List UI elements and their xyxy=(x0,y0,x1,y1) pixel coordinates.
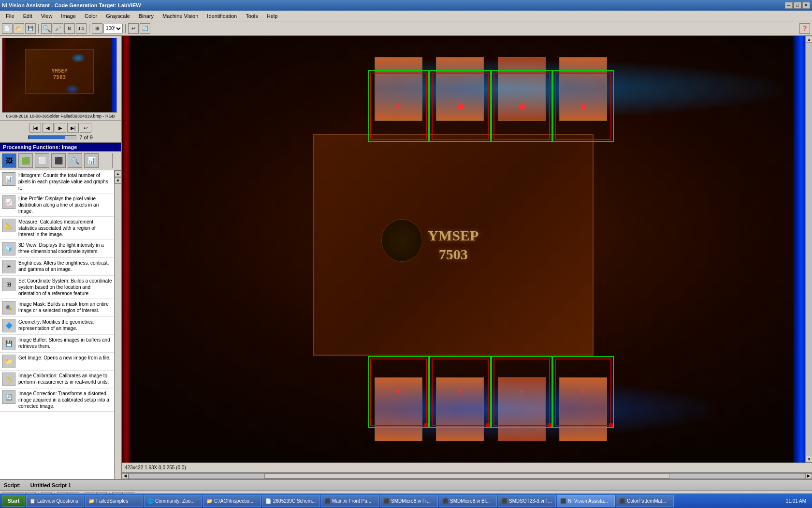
proc-icon-scrollbar[interactable] xyxy=(112,153,119,168)
menu-color[interactable]: Color xyxy=(81,12,101,20)
taskbar-failedsamples-icon: 📁 xyxy=(88,498,94,504)
image-viewer[interactable]: YMSEP7503 xyxy=(122,36,805,463)
nav-next[interactable]: ▶ xyxy=(55,123,66,133)
maximize-button[interactable]: □ xyxy=(794,2,801,9)
taskbar-labview-questions[interactable]: 📋 Labview Questions xyxy=(26,495,84,507)
proc-icon-search[interactable]: 🔍 xyxy=(68,153,82,168)
refresh-button[interactable]: 🔄 xyxy=(140,23,150,34)
image-vertical-scrollbar[interactable]: ▲ ▼ xyxy=(805,36,812,463)
nav-last[interactable]: ▶| xyxy=(67,123,79,133)
proc-3dview[interactable]: 🧊 3D View: Displays the light intensity … xyxy=(0,240,114,258)
menu-view[interactable]: View xyxy=(37,12,57,20)
zoom-in-button[interactable]: 🔎 xyxy=(53,23,63,34)
proc-measure-text: Measure: Calculates measurement statisti… xyxy=(18,219,112,238)
taskbar-smdsot[interactable]: ⬛ SMDSOT23-3.vi F... xyxy=(498,495,556,507)
image-horizontal-scrollbar[interactable]: ◀ ▶ xyxy=(122,472,812,479)
proc-imagecalib-text: Image Calibration: Calibrates an image t… xyxy=(18,373,112,385)
proc-imagemask[interactable]: 🎭 Image Mask: Builds a mask from an enti… xyxy=(0,299,114,317)
scroll-right-arrow[interactable]: ▶ xyxy=(805,473,812,479)
proc-imagecorrect-text: Image Correction: Transforms a distorted… xyxy=(18,390,112,409)
taskbar-mainvi[interactable]: ⬛ Main.vi Front Pa... xyxy=(321,495,379,507)
taskbar-aoi-icon: 📁 xyxy=(206,498,212,504)
scroll-down-arrow[interactable]: ▼ xyxy=(115,177,121,184)
save-button[interactable]: 💾 xyxy=(25,23,36,34)
minimize-button[interactable]: ─ xyxy=(785,2,793,9)
taskbar-schem[interactable]: 📄 2605239C Schem... xyxy=(262,495,320,507)
start-button[interactable]: Start xyxy=(2,495,25,507)
taskbar-failedsamples[interactable]: 📁 FailedSamples xyxy=(85,495,143,507)
taskbar-nivisiona-label: NI Vision Assista... xyxy=(568,498,608,504)
scroll-h-thumb[interactable] xyxy=(264,474,670,478)
nav-prev[interactable]: ◀ xyxy=(42,123,54,133)
scroll-up-arrow[interactable]: ▲ xyxy=(115,170,121,177)
nav-back[interactable]: ↩ xyxy=(80,123,91,133)
zoom100-button[interactable]: 1:1 xyxy=(76,23,87,34)
taskbar-smdmicro-bl[interactable]: ⬛ SMDMicro8.vi Bl... xyxy=(439,495,497,507)
taskbar-smdmicro-fr[interactable]: ⬛ SMDMicro8.vi Fr... xyxy=(380,495,438,507)
menu-tools[interactable]: Tools xyxy=(242,12,262,20)
taskbar-colorpattern[interactable]: ⬛ ColorPatternMat... xyxy=(616,495,674,507)
proc-icon-image[interactable]: 🖼 xyxy=(2,153,16,168)
menu-image[interactable]: Image xyxy=(57,12,80,20)
scroll-bottom-arrow[interactable]: ▼ xyxy=(806,456,812,463)
close-button[interactable]: ✕ xyxy=(802,2,810,9)
taskbar-aoi[interactable]: 📁 C:\AOI\Inspectio... xyxy=(203,495,261,507)
scroll-left-arrow[interactable]: ◀ xyxy=(122,473,129,479)
taskbar-colorpattern-icon: ⬛ xyxy=(619,498,625,504)
taskbar-smdmicro-bl-label: SMDMicro8.vi Bl... xyxy=(450,498,490,504)
taskbar-schem-icon: 📄 xyxy=(265,498,271,504)
menu-binary[interactable]: Binary xyxy=(135,12,158,20)
taskbar-smdsot-label: SMDSOT23-3.vi F... xyxy=(509,498,552,504)
open-button[interactable]: 📂 xyxy=(14,23,24,34)
proc-geometry[interactable]: 🔷 Geometry: Modifies the geometrical rep… xyxy=(0,317,114,335)
proc-histogram[interactable]: 📊 Histogram: Counts the total number of … xyxy=(0,170,114,194)
taskbar-aoi-label: C:\AOI\Inspectio... xyxy=(214,498,253,504)
proc-lineprofile-icon: 📈 xyxy=(2,195,15,209)
menu-help[interactable]: Help xyxy=(263,12,282,20)
nav-first[interactable]: |◀ xyxy=(29,123,41,133)
nav-progress-bar xyxy=(28,135,76,139)
pcb-image: YMSEP7503 xyxy=(122,36,805,463)
taskbar-community-label: Community: Zoo... xyxy=(155,498,195,504)
menubar: File Edit View Image Color Grayscale Bin… xyxy=(0,11,812,21)
menu-identification[interactable]: Identification xyxy=(203,12,241,20)
menu-file[interactable]: File xyxy=(2,12,18,20)
nav-buttons: |◀ ◀ ▶ ▶| ↩ xyxy=(29,123,91,133)
processing-list-scrollbar[interactable]: ▲ ▼ xyxy=(114,170,121,479)
reset-button[interactable]: ↩ xyxy=(128,23,139,34)
taskbar-failedsamples-label: FailedSamples xyxy=(96,498,128,504)
scroll-top-arrow[interactable]: ▲ xyxy=(806,36,812,43)
menu-edit[interactable]: Edit xyxy=(19,12,36,20)
proc-getimage[interactable]: 📁 Get Image: Opens a new image from a fi… xyxy=(0,353,114,371)
proc-icon-binary[interactable]: ⬛ xyxy=(51,153,66,168)
proc-measure[interactable]: 📐 Measure: Calculates measurement statis… xyxy=(0,217,114,240)
main-toolbar: 📄 📂 💾 🔍 🔎 fit 1:1 ⊞ 100% 163% 50% ↩ 🔄 ❓ xyxy=(0,21,812,36)
processing-header: Processing Functions: Image xyxy=(0,143,121,151)
proc-icon-measure[interactable]: 📊 xyxy=(84,153,99,168)
new-button[interactable]: 📄 xyxy=(2,23,13,34)
tool1-button[interactable]: ⊞ xyxy=(92,23,102,34)
proc-imagemask-text: Image Mask: Builds a mask from an entire… xyxy=(18,301,112,314)
taskbar-community[interactable]: 🌐 Community: Zoo... xyxy=(144,495,202,507)
proc-imagecalib[interactable]: 📏 Image Calibration: Calibrates an image… xyxy=(0,371,114,388)
taskbar-nivisiona[interactable]: ⬛ NI Vision Assista... xyxy=(557,495,615,507)
fit-button[interactable]: fit xyxy=(64,23,75,34)
thumbnail-area: YMSEP7503 06-08-2016 10-08-36Solder Fail… xyxy=(0,36,121,121)
proc-lineprofile[interactable]: 📈 Line Profile: Displays the pixel value… xyxy=(0,194,114,217)
proc-imagecorrect-icon: 🔄 xyxy=(2,390,15,404)
script-header: Script: Untitled Script 1 xyxy=(0,480,812,491)
proc-imagebuffer[interactable]: 💾 Image Buffer: Stores images in buffers… xyxy=(0,335,114,353)
menu-grayscale[interactable]: Grayscale xyxy=(102,12,134,20)
proc-icon-gray[interactable]: ⬜ xyxy=(35,153,49,168)
menu-machine-vision[interactable]: Machine Vision xyxy=(159,12,202,20)
zoom-select[interactable]: 100% 163% 50% xyxy=(103,24,123,33)
system-tray: 11:01 AM xyxy=(782,498,810,504)
zoom-out-button[interactable]: 🔍 xyxy=(41,23,52,34)
proc-imagecorrect[interactable]: 🔄 Image Correction: Transforms a distort… xyxy=(0,388,114,412)
proc-brightness[interactable]: ☀ Brightness: Alters the brightness, con… xyxy=(0,258,114,276)
proc-setcoord[interactable]: ⊞ Set Coordinate System: Builds a coordi… xyxy=(0,276,114,299)
proc-icon-color[interactable]: 🟩 xyxy=(18,153,33,168)
help-button[interactable]: ❓ xyxy=(799,23,810,34)
proc-brightness-icon: ☀ xyxy=(2,260,15,273)
toolbar-sep-3 xyxy=(125,24,126,33)
